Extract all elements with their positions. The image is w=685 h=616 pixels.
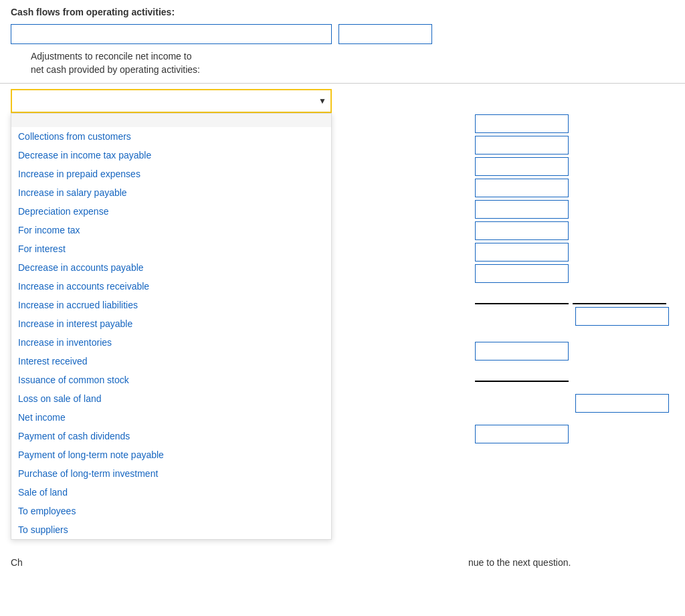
right-input-2[interactable] [475,136,569,155]
right-input-4[interactable] [475,179,569,197]
list-item-net-income[interactable]: Net income [11,408,331,427]
list-item-increase-prepaid[interactable]: Increase in prepaid expenses [11,165,331,183]
dropdown-list-header [11,114,331,127]
list-item-increase-interest[interactable]: Increase in interest payable [11,314,331,333]
list-item-for-interest[interactable]: For interest [11,239,331,258]
right-input-6[interactable] [475,221,569,240]
right-input-9b[interactable] [573,286,666,304]
list-item-increase-accrued[interactable]: Increase in accrued liabilities [11,296,331,314]
list-item-payment-note[interactable]: Payment of long-term note payable [11,445,331,464]
page-container: Cash flows from operating activities: Ad… [0,0,685,616]
right-input-11[interactable] [475,342,569,361]
right-input-14[interactable] [475,425,569,443]
list-item-payment-dividends[interactable]: Payment of cash dividends [11,427,331,445]
list-item-decrease-income-tax[interactable]: Decrease in income tax payable [11,146,331,165]
right-input-1[interactable] [475,114,569,133]
list-item-issuance-stock[interactable]: Issuance of common stock [11,371,331,389]
right-input-pair-9 [475,286,669,304]
right-input-3[interactable] [475,157,569,176]
right-input-12[interactable] [475,363,569,382]
list-item-to-employees[interactable]: To employees [11,502,331,520]
list-item-decrease-ap[interactable]: Decrease in accounts payable [11,258,331,277]
right-input-5[interactable] [475,200,569,219]
list-item-sale-land[interactable]: Sale of land [11,483,331,502]
top-right-input[interactable] [338,24,432,44]
dropdown-wrapper[interactable]: Collections from customers Decrease in i… [11,89,332,113]
list-item-for-income-tax[interactable]: For income tax [11,221,331,239]
net-income-input[interactable] [11,24,332,44]
adjustments-line1: Adjustments to reconcile net income to [11,51,674,62]
list-item-increase-ar[interactable]: Increase in accounts receivable [11,277,331,296]
top-inputs-row [11,24,674,44]
list-item-loss-land[interactable]: Loss on sale of land [11,389,331,408]
continue-text: nue to the next question. [468,557,571,568]
dropdown-select[interactable]: Collections from customers Decrease in i… [12,90,330,112]
right-input-8[interactable] [475,264,569,283]
list-item-to-suppliers[interactable]: To suppliers [11,520,331,539]
list-item-increase-inventories[interactable]: Increase in inventories [11,333,331,352]
adjustments-line2: net cash provided by operating activitie… [11,64,674,75]
right-input-10[interactable] [575,307,669,326]
left-partial-text: Ch [11,557,23,568]
right-input-7[interactable] [475,243,569,262]
list-item-collections[interactable]: Collections from customers [11,127,331,146]
list-item-purchase-investment[interactable]: Purchase of long-term investment [11,464,331,483]
list-item-interest-received[interactable]: Interest received [11,352,331,371]
list-item-increase-salary[interactable]: Increase in salary payable [11,183,331,202]
section-title: Cash flows from operating activities: [11,7,674,17]
dropdown-list: Collections from customers Decrease in i… [11,113,332,540]
right-input-13[interactable] [575,394,669,413]
right-input-9a[interactable] [475,286,569,304]
header-section: Cash flows from operating activities: Ad… [0,0,685,84]
list-item-depreciation[interactable]: Depreciation expense [11,202,331,221]
